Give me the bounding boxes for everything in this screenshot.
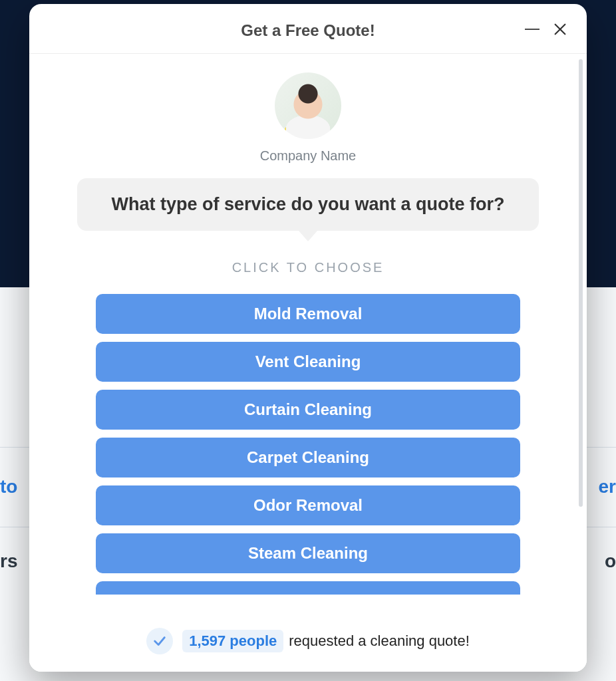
modal-body: Company Name What type of service do you… <box>29 54 587 613</box>
question-text: What type of service do you want a quote… <box>111 194 504 214</box>
close-icon <box>553 22 567 37</box>
service-option-more-peek[interactable] <box>96 581 520 595</box>
modal-window-controls <box>523 20 569 39</box>
service-option-vent-cleaning[interactable]: Vent Cleaning <box>96 342 520 382</box>
service-option-mold-removal[interactable]: Mold Removal <box>96 294 520 334</box>
bg-link-fragment-right[interactable]: er <box>599 476 616 497</box>
service-option-odor-removal[interactable]: Odor Removal <box>96 485 520 525</box>
bg-text-fragment-right: o <box>605 551 616 572</box>
footer-rest-text: requested a cleaning quote! <box>289 632 470 650</box>
minimize-icon <box>525 29 539 30</box>
footer-count: 1,597 people <box>182 630 283 652</box>
choose-label: CLICK TO CHOOSE <box>77 260 539 275</box>
quote-modal: Get a Free Quote! Company Name What type… <box>29 4 587 672</box>
modal-footer: 1,597 people requested a cleaning quote! <box>29 613 587 672</box>
modal-scrollbar[interactable] <box>579 59 583 507</box>
service-option-list: Mold Removal Vent Cleaning Curtain Clean… <box>77 294 539 595</box>
service-option-steam-cleaning[interactable]: Steam Cleaning <box>96 533 520 573</box>
company-name-label: Company Name <box>77 148 539 164</box>
modal-header: Get a Free Quote! <box>29 4 587 54</box>
modal-title: Get a Free Quote! <box>48 21 568 40</box>
question-bubble: What type of service do you want a quote… <box>77 178 539 231</box>
bg-link-fragment-left[interactable]: to <box>0 476 17 497</box>
modal-body-wrap: Company Name What type of service do you… <box>29 54 587 613</box>
close-button[interactable] <box>551 20 569 39</box>
checkmark-badge <box>146 628 173 654</box>
company-avatar <box>275 72 341 139</box>
service-option-curtain-cleaning[interactable]: Curtain Cleaning <box>96 390 520 430</box>
service-option-carpet-cleaning[interactable]: Carpet Cleaning <box>96 438 520 477</box>
minimize-button[interactable] <box>523 20 541 39</box>
checkmark-icon <box>152 634 167 648</box>
bg-text-fragment-left: rs <box>0 551 17 572</box>
